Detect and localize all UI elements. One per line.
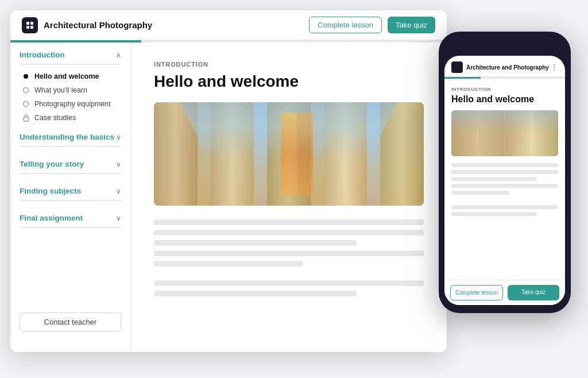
sidebar-item-label-hello: Hello and welcome <box>34 72 99 80</box>
phone-notch <box>485 40 525 51</box>
phone-complete-lesson-button[interactable]: Complete lesson <box>450 285 503 300</box>
sidebar-section-final: Final assignment ∨ <box>10 206 130 233</box>
content-section-label: INTRODUCTION <box>154 61 424 68</box>
phone-content-title: Hello and welcome <box>451 94 558 105</box>
svg-point-4 <box>24 74 28 79</box>
phone-screen: Architecture and Photography ⋮ INTRODUCT… <box>444 56 565 305</box>
text-lines-block-2 <box>154 280 424 296</box>
phone-text-line-1 <box>451 163 558 167</box>
circle-icon-2 <box>22 100 30 108</box>
mobile-phone: Architecture and Photography ⋮ INTRODUCT… <box>439 32 571 313</box>
arch-image <box>154 102 424 206</box>
phone-topbar: Architecture and Photography ⋮ <box>444 56 565 77</box>
sidebar-sub-divider-finding <box>20 200 121 201</box>
phone-text-line-4 <box>451 184 558 188</box>
content-title: Hello and welcome <box>154 72 424 91</box>
phone-section-label: INTRODUCTION <box>451 87 558 92</box>
sidebar-section-title-introduction: Introduction <box>20 51 65 59</box>
topbar-left: Architectural Photography <box>22 17 152 33</box>
phone-text-line-5 <box>451 191 510 195</box>
chevron-down-icon-3: ∨ <box>116 187 121 195</box>
content-image <box>154 102 424 206</box>
sidebar-item-hello-welcome[interactable]: Hello and welcome <box>10 70 130 83</box>
phone-text-line-7 <box>451 212 537 216</box>
text-line-1 <box>154 219 424 225</box>
circle-icon-1 <box>22 86 30 94</box>
topbar-actions: Complete lesson Take quiz <box>309 17 435 33</box>
phone-text-line-3 <box>451 177 537 181</box>
phone-text-line-2 <box>451 170 558 174</box>
text-line-7 <box>154 291 357 296</box>
phone-take-quiz-button[interactable]: Take quiz <box>508 285 559 300</box>
take-quiz-button[interactable]: Take quiz <box>388 17 435 33</box>
sidebar-sub-divider-telling <box>20 173 121 174</box>
topbar: Architectural Photography Complete lesso… <box>10 10 447 40</box>
svg-rect-0 <box>26 22 29 25</box>
sidebar-item-label-equipment: Photography equipment <box>34 100 111 108</box>
svg-rect-1 <box>30 22 33 25</box>
svg-rect-2 <box>26 26 29 29</box>
sidebar-item-what-youll-learn[interactable]: What you'll learn <box>10 83 130 97</box>
phone-content: INTRODUCTION Hello and welcome <box>444 79 565 280</box>
chevron-down-icon-4: ∨ <box>116 214 121 222</box>
text-line-3 <box>154 240 357 246</box>
sidebar-item-label-case-studies: Case studies <box>34 114 76 122</box>
sidebar-section-finding: Finding subjects ∨ <box>10 179 130 206</box>
chevron-up-icon: ∧ <box>116 51 121 59</box>
phone-app-title: Architecture and Photography <box>466 64 549 71</box>
sidebar-section-header-understanding[interactable]: Understanding the basics ∨ <box>10 125 130 146</box>
sidebar-section-understanding: Understanding the basics ∨ <box>10 125 130 152</box>
text-line-6 <box>154 280 424 286</box>
sidebar-section-title-understanding: Understanding the basics <box>20 133 114 141</box>
sidebar-item-label-learn: What you'll learn <box>34 86 87 94</box>
scene: Architectural Photography Complete lesso… <box>0 0 588 378</box>
sidebar-sub-divider-introduction <box>20 64 121 65</box>
sidebar-section-introduction: Introduction ∧ Hello and welcome <box>10 43 130 125</box>
bullet-icon <box>22 72 30 80</box>
sidebar-item-photography-equipment[interactable]: Photography equipment <box>10 97 130 111</box>
contact-teacher-button[interactable]: Contact teacher <box>20 313 121 331</box>
phone-menu-dots[interactable]: ⋮ <box>550 63 558 71</box>
sidebar: Introduction ∧ Hello and welcome <box>10 43 131 352</box>
sidebar-item-case-studies[interactable]: Case studies <box>10 111 130 125</box>
chevron-down-icon-2: ∨ <box>116 160 121 168</box>
text-line-5 <box>154 261 303 267</box>
sidebar-section-header-introduction[interactable]: Introduction ∧ <box>10 43 130 64</box>
phone-bottom-bar: Complete lesson Take quiz <box>444 280 565 305</box>
sidebar-section-telling: Telling your story ∨ <box>10 152 130 179</box>
sidebar-section-header-final[interactable]: Final assignment ∨ <box>10 206 130 227</box>
desktop-window: Architectural Photography Complete lesso… <box>10 10 447 352</box>
complete-lesson-button[interactable]: Complete lesson <box>309 17 382 33</box>
sidebar-section-title-finding: Finding subjects <box>20 187 81 195</box>
content-area: INTRODUCTION Hello and welcome <box>131 43 447 352</box>
svg-rect-5 <box>24 117 29 121</box>
sidebar-bottom: Contact teacher <box>10 303 130 341</box>
main-layout: Introduction ∧ Hello and welcome <box>10 43 447 352</box>
sidebar-section-header-telling[interactable]: Telling your story ∨ <box>10 152 130 173</box>
phone-text-line-6 <box>451 205 558 209</box>
phone-content-image <box>451 110 558 156</box>
sidebar-section-title-telling: Telling your story <box>20 160 84 168</box>
sidebar-sub-divider-final <box>20 227 121 228</box>
sidebar-section-header-finding[interactable]: Finding subjects ∨ <box>10 179 130 200</box>
chevron-down-icon-1: ∨ <box>116 133 121 141</box>
text-line-2 <box>154 230 424 236</box>
topbar-title: Architectural Photography <box>44 20 152 30</box>
text-line-4 <box>154 250 424 256</box>
svg-rect-3 <box>30 26 33 29</box>
phone-app-icon <box>451 61 463 73</box>
sidebar-sub-divider-understanding <box>20 146 121 147</box>
lock-icon <box>22 114 30 122</box>
text-lines-block-1 <box>154 219 424 267</box>
phone-topbar-left: Architecture and Photography <box>451 61 549 73</box>
sidebar-section-title-final: Final assignment <box>20 214 83 222</box>
app-icon <box>22 17 38 33</box>
phone-text-lines <box>451 163 558 216</box>
